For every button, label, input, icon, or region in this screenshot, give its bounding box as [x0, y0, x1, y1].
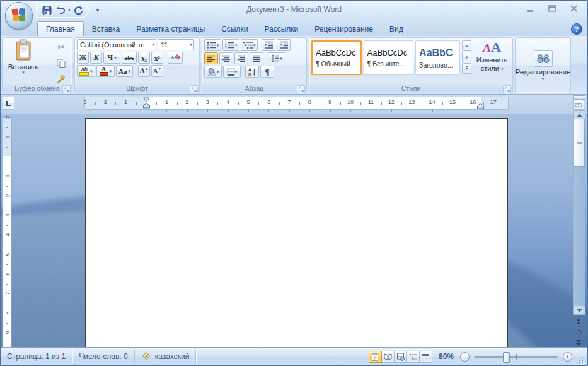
zoom-slider-thumb[interactable]	[503, 352, 510, 363]
close-button[interactable]	[566, 3, 581, 14]
multilevel-list-button[interactable]: ▾	[241, 39, 258, 51]
shrink-font-button[interactable]: А ▼	[151, 65, 163, 77]
scrollbar-track-lower[interactable]	[574, 165, 585, 306]
dialog-launcher-icon	[192, 87, 197, 92]
scrollbar-track[interactable]	[573, 110, 585, 315]
subscript-button[interactable]: x₂	[138, 52, 150, 64]
change-styles-button[interactable]: AA Изменить стили ▾	[473, 40, 510, 73]
word-count-indicator[interactable]: Число слов: 0	[72, 348, 134, 365]
highlight-color-button[interactable]: ab ▾	[77, 65, 95, 77]
split-document-handle[interactable]	[573, 95, 585, 100]
change-case-button[interactable]: Aa ▾	[116, 65, 133, 77]
help-button[interactable]: ?	[571, 23, 582, 35]
tab-stop-selector[interactable]	[3, 97, 14, 110]
font-name-combo[interactable]: Calibri (Основной те ▾	[77, 39, 156, 50]
grow-font-button[interactable]: А ▲	[138, 65, 150, 77]
italic-button[interactable]: K	[90, 52, 102, 64]
copy-icon	[57, 59, 66, 68]
tab-review[interactable]: Рецензирование	[306, 21, 381, 36]
fullscreen-reading-view-button[interactable]	[381, 351, 395, 363]
previous-page-button[interactable]	[574, 317, 583, 326]
borders-button[interactable]: ▾	[223, 66, 241, 78]
page-number-indicator[interactable]: Страница: 1 из 1	[1, 348, 72, 365]
sort-button[interactable]: А Я	[245, 66, 259, 78]
window-resize-grip[interactable]	[576, 357, 584, 364]
indent-markers-icon[interactable]	[143, 97, 150, 109]
undo-icon	[55, 6, 66, 15]
print-layout-view-button[interactable]	[369, 351, 382, 363]
style-no-spacing[interactable]: AaBbCcDc ¶ Без инте...	[364, 40, 414, 75]
font-dialog-launcher[interactable]	[190, 85, 198, 93]
strikethrough-button[interactable]: abc	[122, 52, 137, 64]
justify-button[interactable]	[250, 52, 263, 64]
ruler-tick	[279, 102, 280, 105]
clipboard-dialog-launcher[interactable]	[62, 85, 71, 93]
clear-formatting-button[interactable]: Aa	[168, 52, 183, 64]
undo-button[interactable]	[54, 4, 67, 16]
document-page[interactable]	[85, 118, 508, 349]
horizontal-ruler[interactable]: 3211234567891011121314151617	[85, 97, 508, 109]
maximize-button[interactable]	[545, 3, 560, 14]
svg-text:3: 3	[225, 47, 227, 49]
increase-indent-button[interactable]	[277, 39, 291, 51]
style-normal[interactable]: AaBbCcDc ¶ Обычный	[311, 40, 362, 75]
minimize-button[interactable]	[523, 3, 538, 14]
redo-button[interactable]	[72, 4, 84, 16]
ruler-tick	[6, 264, 8, 265]
vertical-ruler[interactable]: 21123456789	[3, 118, 11, 349]
zoom-out-button[interactable]: −	[460, 352, 470, 362]
save-button[interactable]	[40, 4, 53, 16]
styles-scroll-down-button[interactable]: ▾	[462, 52, 471, 62]
web-layout-view-button[interactable]	[394, 351, 407, 363]
tab-home[interactable]: Главная	[37, 21, 84, 36]
editing-button[interactable]: Редактирование ▾	[516, 38, 570, 93]
tab-mailings[interactable]: Рассылки	[256, 21, 306, 36]
outline-view-button[interactable]	[406, 351, 420, 363]
numbering-button[interactable]: 123 ▾	[222, 39, 239, 51]
cut-button[interactable]: ✂	[54, 40, 69, 54]
line-spacing-button[interactable]: ▾	[268, 52, 285, 64]
bold-button[interactable]: Ж	[77, 52, 89, 64]
office-button[interactable]	[5, 2, 33, 30]
paste-button[interactable]: Вставить ▾	[5, 39, 42, 86]
draft-view-button[interactable]	[419, 351, 432, 363]
dialog-launcher-icon	[64, 87, 69, 92]
next-page-button[interactable]	[574, 339, 583, 347]
underline-button[interactable]: Ч ▾	[103, 52, 120, 64]
paragraph-dialog-launcher[interactable]	[297, 85, 305, 93]
ruler-number: 3	[4, 212, 11, 219]
zoom-level-button[interactable]: 80%	[436, 352, 456, 361]
ruler-tick	[6, 284, 8, 285]
decrease-indent-button[interactable]	[262, 39, 275, 51]
zoom-in-button[interactable]: +	[563, 352, 572, 362]
align-right-button[interactable]	[234, 52, 248, 64]
tab-view[interactable]: Вид	[381, 21, 412, 36]
font-size-combo[interactable]: 11 ▾	[158, 39, 194, 50]
tab-references[interactable]: Ссылки	[213, 21, 256, 36]
show-paragraph-marks-button[interactable]: ¶	[260, 66, 274, 78]
ruler-tick	[340, 102, 341, 105]
tab-insert[interactable]: Вставка	[84, 21, 129, 36]
superscript-button[interactable]: x²	[151, 52, 163, 64]
copy-button[interactable]	[54, 56, 69, 70]
ruler-tick	[391, 110, 392, 112]
scrollbar-thumb[interactable]	[574, 119, 585, 167]
font-color-button[interactable]: А ▾	[96, 65, 115, 77]
select-browse-object-button[interactable]	[574, 328, 583, 336]
styles-dialog-launcher[interactable]	[503, 85, 511, 93]
align-center-button[interactable]	[219, 52, 233, 64]
customize-qat-button[interactable]: ▼	[93, 4, 103, 15]
toggle-ruler-button[interactable]	[573, 100, 584, 110]
bullets-button[interactable]: ▾	[204, 39, 221, 51]
align-left-button[interactable]	[204, 52, 218, 64]
scroll-down-button[interactable]	[574, 306, 585, 314]
styles-scroll-up-button[interactable]: ▴	[462, 40, 471, 51]
ruler-number: 8	[306, 99, 313, 105]
language-indicator[interactable]: казахский	[135, 348, 196, 365]
shading-button[interactable]: ▾	[204, 66, 222, 78]
undo-dropdown-arrow-icon[interactable]: ▾	[68, 8, 71, 12]
styles-gallery-more-button[interactable]: ▾	[462, 63, 471, 74]
zoom-slider[interactable]	[475, 356, 558, 358]
style-heading1[interactable]: AaBbC Заголово...	[415, 40, 460, 75]
tab-page-layout[interactable]: Разметка страницы	[128, 21, 213, 36]
